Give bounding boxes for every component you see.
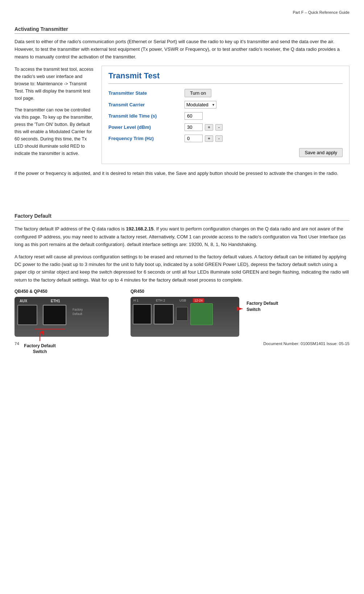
qr450-device: H 1 ETH 2 USB 12-24 [131,297,239,337]
transmit-carrier-select-wrapper[interactable]: Modulated Unmodulated [185,101,216,108]
transmit-carrier-row: Transmit Carrier Modulated Unmodulated [108,101,343,108]
qr450-annotation: Factory DefaultSwitch [247,300,297,313]
frequency-trim-row: Frequency Trim (Hz) + - [108,135,343,142]
qr450-1224-label: 12-24 [193,298,204,303]
qr450-arrow [236,303,244,315]
left-text-2: The transmitter can now be controlled vi… [15,106,94,157]
factory-para1: The factory default IP address of the Q … [15,225,349,248]
frequency-trim-input[interactable] [185,135,203,142]
header-title: Part F – Quick Reference Guide [293,10,349,15]
transmit-test-title: Transmit Test [108,71,343,84]
qb450-aux-label: AUX [20,299,27,303]
qr450-label: QR450 [131,289,239,294]
transmitter-state-row: Transmitter State Turn on [108,89,343,97]
after-text: if the power or frequency is adjusted, a… [15,170,349,177]
transmitter-state-control: Turn on [185,89,343,97]
footer-page-number: 74 [15,341,19,346]
qr450-block: QR450 H 1 ETH 2 USB 12-24 [131,289,239,338]
save-apply-button[interactable]: Save and apply [299,148,343,157]
page-header: Part F – Quick Reference Guide [15,7,349,16]
qr450-usb-port [176,307,188,321]
section1-intro: Data sent to either of the radio's commu… [15,38,349,61]
transmit-idle-label: Transmit Idle Time (s) [108,113,181,119]
qb450-factory-text: FactoryDefault [73,308,83,316]
qr450-switch-label: Factory DefaultSwitch [247,300,297,313]
qr450-usb-label: USB [179,299,186,302]
footer: 74 Document Number: 0100SM1401 Issue: 05… [15,341,349,346]
qr450-green-terminal [190,303,213,325]
qb450-block: QB450 & QP450 AUX ETH1 FactoryDefault [15,289,109,338]
power-level-minus-button[interactable]: - [215,124,223,131]
transmit-test-box: Transmit Test Transmitter State Turn on … [102,66,349,164]
left-text-1: To access the transmit test tool, access… [15,66,94,102]
power-level-row: Power Level (dBm) + - [108,123,343,131]
frequency-trim-control: + - [185,135,343,142]
transmit-carrier-control: Modulated Unmodulated [185,101,343,108]
transmit-carrier-label: Transmit Carrier [108,102,181,107]
qb450-eth1-port [43,305,66,325]
section1-title: Activating Transmitter [15,26,349,34]
qb450-eth1-label: ETH1 [51,299,60,303]
qb450-label: QB450 & QP450 [15,289,109,294]
transmitter-state-label: Transmitter State [108,90,181,96]
device-images-section: QB450 & QP450 AUX ETH1 FactoryDefault [15,289,349,338]
qr450-h1-label: H 1 [133,299,138,302]
frequency-trim-label: Frequency Trim (Hz) [108,136,181,141]
transmit-idle-input[interactable] [185,112,203,120]
turn-on-button[interactable]: Turn on [185,89,211,97]
section2-title: Factory Default [15,213,349,221]
transmit-carrier-select[interactable]: Modulated Unmodulated [185,101,216,108]
qr450-port1 [133,304,152,324]
qr450-eth2-port [154,304,174,324]
power-level-control: + - [185,123,343,131]
qr450-eth2-label: ETH 2 [156,299,165,302]
factory-para2: A factory reset will cause all previous … [15,253,349,284]
transmit-idle-row: Transmit Idle Time (s) [108,112,343,120]
power-level-label: Power Level (dBm) [108,124,181,130]
power-level-input[interactable] [185,123,203,131]
footer-doc-info: Document Number: 0100SM1401 Issue: 05-15 [263,341,349,346]
qb450-aux-port [17,305,37,325]
factory-ip: 192.168.2.15 [126,226,154,232]
power-level-plus-button[interactable]: + [205,124,213,131]
transmit-idle-control [185,112,343,120]
frequency-trim-plus-button[interactable]: + [205,135,213,142]
frequency-trim-minus-button[interactable]: - [215,135,223,142]
